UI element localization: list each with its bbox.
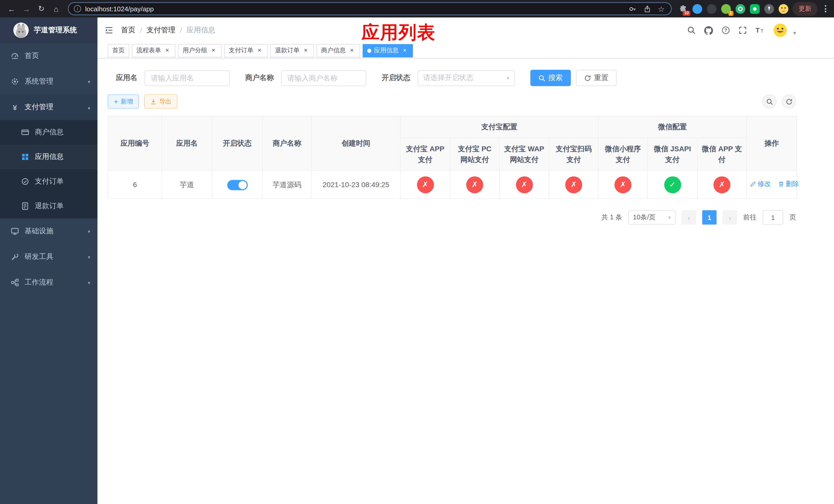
tab-refund-order[interactable]: 退款订单× xyxy=(270,44,314,57)
help-icon[interactable]: ? xyxy=(722,26,730,35)
tab-home[interactable]: 首页 xyxy=(108,44,129,57)
toggle-search-button[interactable] xyxy=(762,94,776,109)
share-icon[interactable] xyxy=(643,5,651,13)
sidebar-item-workflow[interactable]: 工作流程 ▾ xyxy=(0,270,97,295)
browser-forward-icon[interactable]: → xyxy=(19,2,34,16)
status-toggle[interactable] xyxy=(227,180,247,190)
extension-icon[interactable] xyxy=(736,4,745,14)
pagination-total: 共 1 条 xyxy=(601,213,622,222)
edit-button-label: 修改 xyxy=(758,179,771,189)
font-size-icon[interactable]: TT xyxy=(756,26,765,35)
bookmark-star-icon[interactable]: ☆ xyxy=(658,5,665,13)
tab-label: 退款订单 xyxy=(275,46,300,55)
search-icon[interactable] xyxy=(687,26,696,35)
sidebar-subitem-pay-order[interactable]: 支付订单 xyxy=(0,169,97,194)
close-icon[interactable]: × xyxy=(210,47,217,54)
extension-pin-icon[interactable] xyxy=(764,4,774,14)
app-table: 应用编号 应用名 开启状态 商户名称 创建时间 支付宝配置 微信配置 操作 支付… xyxy=(108,116,797,199)
sidebar-item-label: 商户信息 xyxy=(35,128,97,137)
extension-icon[interactable] xyxy=(750,4,760,14)
extension-avatar-icon[interactable] xyxy=(778,4,788,14)
tab-pay-order[interactable]: 支付订单× xyxy=(224,44,268,57)
address-bar[interactable]: i localhost:1024/pay/app ☆ xyxy=(68,2,672,15)
close-icon[interactable]: × xyxy=(163,47,171,54)
cell-alipay-app xyxy=(400,170,450,199)
document-icon xyxy=(21,202,30,210)
extension-icon[interactable]: 1 xyxy=(721,4,731,14)
browser-back-icon[interactable]: ← xyxy=(4,2,19,16)
reset-button[interactable]: 重置 xyxy=(576,70,616,86)
next-page-button[interactable]: › xyxy=(723,210,737,225)
tab-app-info[interactable]: 应用信息× xyxy=(363,44,413,57)
close-icon[interactable]: × xyxy=(348,47,355,54)
page-size-select[interactable]: 10条/页 ▾ xyxy=(628,210,676,225)
close-icon[interactable]: × xyxy=(401,47,408,54)
dashboard-icon xyxy=(10,52,20,60)
breadcrumb-home[interactable]: 首页 xyxy=(121,26,135,35)
sidebar-item-label: 支付管理 xyxy=(25,102,83,112)
sidebar-item-infrastructure[interactable]: 基础设施 ▾ xyxy=(0,219,97,244)
password-key-icon[interactable] xyxy=(629,5,636,13)
merchant-name-input[interactable] xyxy=(281,70,366,86)
prev-page-button[interactable]: ‹ xyxy=(682,210,696,225)
tab-label: 流程表单 xyxy=(136,46,161,55)
sidebar-item-system-mgmt[interactable]: 系统管理 ▾ xyxy=(0,69,97,94)
tab-merchant-info[interactable]: 商户信息× xyxy=(316,44,360,57)
avatar-caret-icon[interactable]: ▾ xyxy=(793,30,796,38)
cell-alipay-pc xyxy=(450,170,499,199)
extension-icon[interactable] xyxy=(693,4,702,14)
extension-badge: 1 xyxy=(728,10,733,16)
goto-page-input[interactable] xyxy=(763,210,783,225)
export-button[interactable]: 导出 xyxy=(144,94,177,109)
svg-text:T: T xyxy=(756,26,760,34)
browser-toolbar: ← → ↻ ⌂ i localhost:1024/pay/app ☆ 10 xyxy=(0,0,834,18)
browser-reload-icon[interactable]: ↻ xyxy=(34,2,49,16)
search-button[interactable]: 搜索 xyxy=(530,70,571,86)
app-name-input[interactable] xyxy=(145,70,230,86)
sidebar-item-label: 工作流程 xyxy=(25,278,83,287)
breadcrumb-payment-mgmt[interactable]: 支付管理 xyxy=(147,26,175,35)
browser-menu-icon[interactable] xyxy=(821,3,830,15)
sidebar-toggle-icon[interactable] xyxy=(105,26,113,35)
cell-merchant: 芋道源码 xyxy=(262,170,312,199)
sidebar-subitem-refund-order[interactable]: 退款订单 xyxy=(0,194,97,219)
col-app-id: 应用编号 xyxy=(108,116,162,170)
user-avatar[interactable] xyxy=(773,23,788,38)
extension-icon[interactable] xyxy=(707,4,717,14)
col-wechat-jsapi: 微信 JSAPI 支付 xyxy=(648,138,697,170)
tab-process-form[interactable]: 流程表单× xyxy=(132,44,175,57)
workflow-icon xyxy=(10,278,20,287)
pagination: 共 1 条 10条/页 ▾ ‹ 1 › 前往 页 xyxy=(97,199,834,225)
browser-home-icon[interactable]: ⌂ xyxy=(49,2,64,16)
close-icon[interactable]: × xyxy=(256,47,263,54)
tab-label: 应用信息 xyxy=(374,46,398,55)
monitor-icon xyxy=(10,227,20,235)
sidebar-subitem-merchant-info[interactable]: 商户信息 xyxy=(0,120,97,144)
add-button-label: 新增 xyxy=(120,97,133,106)
delete-button[interactable]: 删除 xyxy=(778,179,799,189)
extensions-puzzle-icon[interactable]: 10 xyxy=(678,4,688,14)
cell-alipay-qr xyxy=(549,170,598,199)
tab-user-group[interactable]: 用户分组× xyxy=(178,44,222,57)
fullscreen-icon[interactable] xyxy=(739,26,747,35)
close-icon[interactable]: × xyxy=(302,47,309,54)
site-info-icon[interactable]: i xyxy=(74,5,81,12)
col-alipay-pc: 支付宝 PC 网站支付 xyxy=(450,138,499,170)
status-select[interactable]: 请选择开启状态 ▾ xyxy=(418,70,515,86)
logo-avatar xyxy=(13,23,29,38)
sidebar-item-home[interactable]: 首页 xyxy=(0,43,97,69)
search-button-label: 搜索 xyxy=(548,73,563,83)
sidebar-item-label: 退款订单 xyxy=(35,202,97,211)
add-button[interactable]: + 新增 xyxy=(108,94,139,109)
browser-update-button[interactable]: 更新 xyxy=(792,2,818,16)
page-number-1[interactable]: 1 xyxy=(702,210,717,225)
sidebar-item-dev-tools[interactable]: 研发工具 ▾ xyxy=(0,244,97,270)
refresh-button[interactable] xyxy=(782,94,796,109)
sidebar-subitem-app-info[interactable]: 应用信息 xyxy=(0,144,97,169)
wechat-jsapi-status-icon xyxy=(664,176,681,193)
edit-button[interactable]: 修改 xyxy=(750,179,771,189)
sidebar-item-payment-mgmt[interactable]: ¥ 支付管理 ▴ xyxy=(0,94,97,120)
alipay-wap-status-icon xyxy=(516,176,533,193)
github-icon[interactable] xyxy=(704,26,713,35)
page-annotation: 应用列表 xyxy=(361,21,436,45)
